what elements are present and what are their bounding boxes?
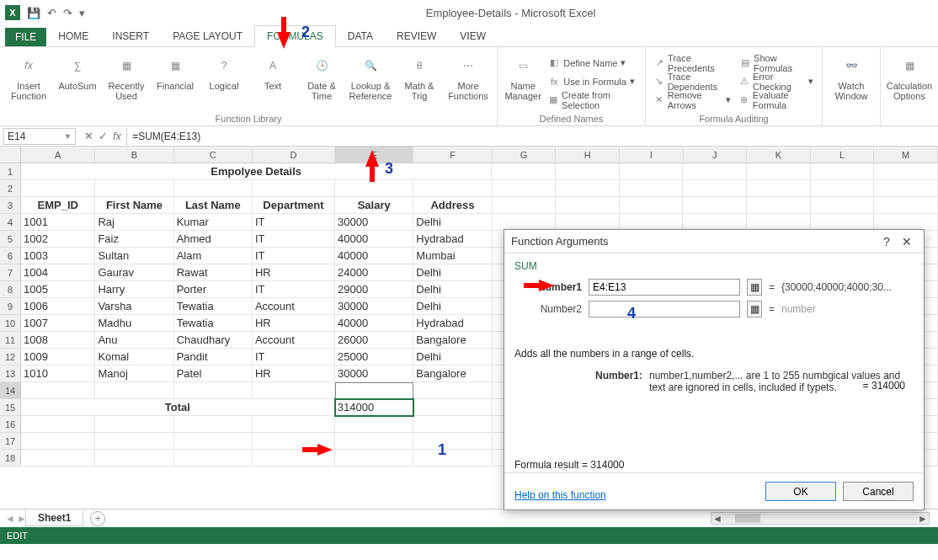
cell-firstname[interactable]: Anu — [95, 332, 173, 349]
cell[interactable] — [811, 163, 875, 180]
cell-salary[interactable]: 40000 — [335, 248, 413, 264]
cell-address[interactable]: Delhi — [413, 264, 492, 281]
col-header-C[interactable]: C — [174, 147, 253, 163]
more-functions-button[interactable]: ⋯More Functions — [445, 51, 492, 112]
cell[interactable] — [811, 197, 875, 214]
col-header-M[interactable]: M — [874, 147, 938, 163]
cell[interactable] — [174, 433, 253, 450]
cell-salary[interactable]: 30000 — [335, 298, 413, 315]
header-firstname[interactable]: First Name — [95, 197, 173, 214]
row-header-11[interactable]: 11 — [0, 332, 21, 349]
cell[interactable] — [493, 214, 557, 231]
select-all-corner[interactable] — [0, 147, 21, 163]
insert-function-icon[interactable]: fx — [113, 130, 121, 142]
cell-department[interactable]: Account — [253, 332, 335, 349]
header-lastname[interactable]: Last Name — [174, 197, 253, 214]
tab-formulas[interactable]: FORMULAS — [254, 25, 336, 47]
cell[interactable] — [95, 416, 173, 433]
qa-undo-icon[interactable]: ↶ — [47, 7, 56, 19]
cell[interactable] — [874, 214, 938, 231]
cell-department[interactable]: IT — [253, 281, 335, 298]
cell-address[interactable]: Bangalore — [413, 332, 492, 349]
tab-file[interactable]: FILE — [5, 28, 46, 46]
sheet-tab-sheet1[interactable]: Sheet1 — [25, 510, 83, 526]
cell-salary[interactable]: 24000 — [335, 264, 413, 281]
cell[interactable] — [413, 450, 492, 467]
cell[interactable] — [253, 180, 335, 197]
cell-lastname[interactable]: Kumar — [174, 214, 253, 231]
cancel-entry-icon[interactable]: ✕ — [84, 130, 93, 142]
watch-window-button[interactable]: 👓Watch Window — [828, 51, 875, 112]
header-address[interactable]: Address — [413, 197, 492, 214]
cell-empid[interactable]: 1010 — [21, 365, 95, 382]
cell[interactable] — [253, 416, 335, 433]
arg2-range-picker-icon[interactable]: ▦ — [747, 301, 762, 317]
cell[interactable] — [21, 382, 95, 399]
cell[interactable] — [174, 450, 253, 467]
cell-lastname[interactable]: Ahmed — [174, 231, 253, 248]
cell[interactable] — [683, 197, 747, 214]
cell[interactable] — [556, 197, 620, 214]
cell-department[interactable]: IT — [253, 214, 335, 231]
cell-lastname[interactable]: Pandit — [174, 349, 253, 365]
dialog-help-icon[interactable]: ? — [877, 235, 897, 248]
total-label-cell[interactable]: Total — [21, 399, 335, 416]
cell-firstname[interactable]: Komal — [95, 349, 173, 365]
col-header-K[interactable]: K — [747, 147, 811, 163]
cell[interactable] — [413, 399, 492, 416]
cell[interactable] — [874, 197, 938, 214]
header-department[interactable]: Department — [253, 197, 335, 214]
new-sheet-button[interactable]: + — [90, 511, 105, 526]
evaluate-formula-button[interactable]: ⊕Evaluate Formula — [736, 92, 817, 109]
lookup-reference-button[interactable]: 🔍Lookup & Reference — [347, 51, 394, 112]
qa-save-icon[interactable]: 💾 — [27, 7, 40, 19]
cell[interactable] — [413, 180, 492, 197]
cell[interactable] — [253, 433, 335, 450]
cell-empid[interactable]: 1009 — [21, 349, 95, 365]
cell-firstname[interactable]: Manoj — [95, 365, 173, 382]
cell-salary[interactable]: 30000 — [335, 214, 413, 231]
cell[interactable] — [874, 163, 938, 180]
cell[interactable] — [95, 433, 173, 450]
cell[interactable] — [556, 163, 620, 180]
row-header-10[interactable]: 10 — [0, 315, 21, 332]
dialog-close-icon[interactable]: ✕ — [897, 235, 917, 248]
sheet-nav-prev-icon[interactable]: ◄ — [5, 513, 15, 525]
trace-precedents-button[interactable]: ↗Trace Precedents — [651, 55, 734, 72]
sheet-nav-next-icon[interactable]: ► — [17, 513, 27, 525]
cell[interactable] — [21, 180, 95, 197]
cell-address[interactable]: Hydrabad — [413, 231, 492, 248]
cell[interactable] — [683, 214, 747, 231]
cell[interactable] — [683, 180, 747, 197]
col-header-B[interactable]: B — [95, 147, 173, 163]
cell[interactable] — [620, 214, 684, 231]
cell-empid[interactable]: 1002 — [21, 231, 95, 248]
cell[interactable] — [620, 197, 684, 214]
insert-function-button[interactable]: fxInsert Function — [5, 51, 52, 112]
cell[interactable] — [174, 382, 253, 399]
arg1-range-picker-icon[interactable]: ▦ — [747, 279, 762, 296]
cell[interactable] — [874, 180, 938, 197]
cell-department[interactable]: HR — [253, 365, 335, 382]
financial-button[interactable]: ▦Financial — [152, 51, 199, 112]
cell[interactable] — [95, 180, 173, 197]
cell-address[interactable]: Delhi — [413, 281, 492, 298]
cell[interactable] — [335, 416, 413, 433]
cell-lastname[interactable]: Patel — [174, 365, 253, 382]
cell-firstname[interactable]: Raj — [95, 214, 173, 231]
name-manager-button[interactable]: ▭Name Manager — [503, 51, 543, 112]
cell[interactable] — [174, 180, 253, 197]
cell[interactable] — [413, 382, 492, 399]
create-from-selection-button[interactable]: ▦Create from Selection — [545, 92, 640, 109]
cell-firstname[interactable]: Sultan — [95, 248, 173, 264]
date-time-button[interactable]: 🕒Date & Time — [298, 51, 345, 112]
row-header-6[interactable]: 6 — [0, 248, 21, 264]
col-header-A[interactable]: A — [21, 147, 95, 163]
cell-E14-active[interactable] — [335, 382, 413, 399]
cell-salary[interactable]: 40000 — [335, 315, 413, 332]
row-header-3[interactable]: 3 — [0, 197, 21, 214]
cell[interactable] — [493, 197, 557, 214]
cell-lastname[interactable]: Porter — [174, 281, 253, 298]
cancel-button[interactable]: Cancel — [843, 482, 914, 501]
col-header-I[interactable]: I — [620, 147, 684, 163]
